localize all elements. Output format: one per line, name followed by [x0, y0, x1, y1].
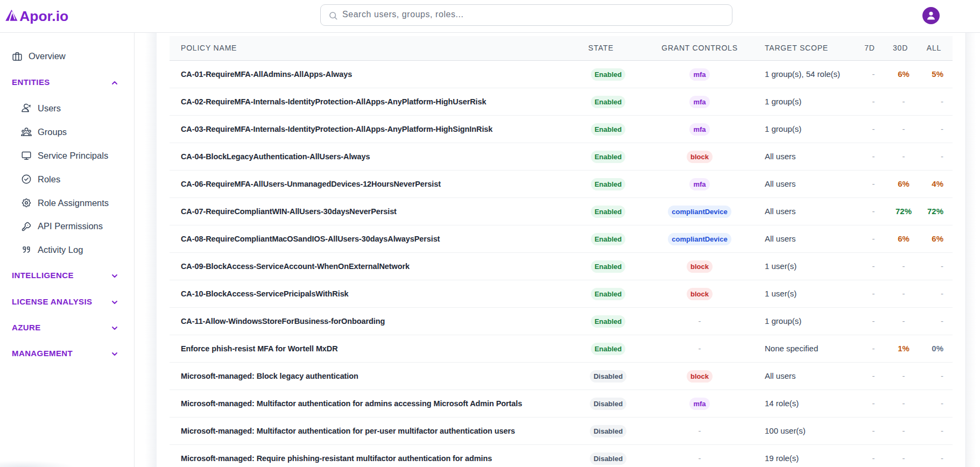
svg-text:Apor.io: Apor.io: [19, 8, 68, 24]
